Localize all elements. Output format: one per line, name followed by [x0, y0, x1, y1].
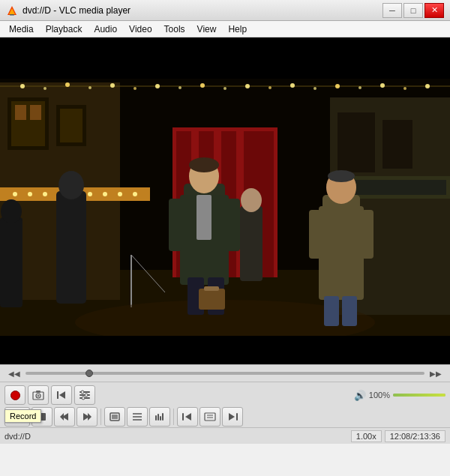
separator1 — [100, 409, 101, 425]
status-speed: 1.00x — [351, 430, 382, 442]
menu-playback[interactable]: Playback — [40, 22, 88, 36]
svg-rect-45 — [199, 289, 225, 310]
menu-media[interactable]: Media — [3, 22, 40, 36]
svg-rect-85 — [36, 391, 40, 393]
video-scene — [0, 37, 450, 364]
svg-point-71 — [224, 87, 226, 90]
svg-point-19 — [103, 192, 107, 196]
svg-rect-24 — [382, 120, 412, 169]
volume-track — [393, 394, 446, 397]
next-button[interactable] — [76, 407, 98, 427]
svg-point-78 — [380, 83, 385, 88]
svg-rect-41 — [226, 199, 240, 251]
svg-point-70 — [200, 83, 205, 88]
fullscreen-button[interactable] — [104, 407, 125, 427]
prev-button[interactable] — [54, 407, 75, 427]
svg-rect-51 — [309, 210, 321, 259]
menu-audio[interactable]: Audio — [88, 22, 123, 36]
extended-settings-button[interactable] — [74, 385, 95, 405]
dvd-prev-icon — [182, 412, 194, 421]
svg-point-56 — [58, 171, 84, 199]
maximize-button[interactable]: □ — [404, 3, 423, 18]
menu-tools[interactable]: Tools — [158, 22, 191, 36]
status-time: 12:08/2:13:36 — [385, 430, 446, 442]
seek-track[interactable] — [26, 372, 424, 375]
svg-point-65 — [88, 86, 92, 89]
close-button[interactable]: ✕ — [424, 3, 444, 18]
menu-video[interactable]: Video — [123, 22, 158, 36]
svg-rect-40 — [169, 199, 182, 251]
window-title: dvd://D - VLC media player — [22, 5, 130, 16]
menu-help[interactable]: Help — [222, 22, 253, 36]
title-bar-controls: ─ □ ✕ — [382, 3, 444, 18]
prev-icon — [59, 412, 70, 421]
svg-point-14 — [28, 192, 32, 196]
chapter-prev-icon — [56, 391, 67, 400]
svg-point-15 — [43, 192, 47, 196]
svg-point-77 — [358, 86, 362, 89]
volume-fill — [393, 394, 446, 397]
svg-point-58 — [1, 199, 22, 223]
svg-rect-108 — [158, 414, 159, 421]
svg-rect-59 — [240, 206, 262, 281]
svg-rect-111 — [182, 413, 184, 421]
svg-point-13 — [13, 192, 17, 196]
svg-point-38 — [189, 157, 219, 172]
playlist-toggle-button[interactable] — [127, 407, 148, 427]
dvd-next-button[interactable] — [222, 407, 243, 427]
equalizer-icon — [154, 412, 165, 421]
svg-rect-81 — [0, 37, 450, 79]
svg-point-66 — [110, 83, 115, 88]
svg-marker-88 — [59, 391, 65, 399]
svg-rect-109 — [160, 416, 161, 421]
volume-slider[interactable] — [393, 390, 446, 400]
minimize-button[interactable]: ─ — [382, 3, 402, 18]
volume-percent: 100% — [369, 391, 390, 400]
record-button[interactable] — [4, 385, 26, 405]
svg-rect-23 — [338, 112, 375, 172]
snapshot-button[interactable] — [28, 385, 49, 405]
svg-rect-46 — [204, 286, 219, 291]
camera-icon — [32, 390, 44, 400]
svg-rect-54 — [342, 296, 357, 326]
svg-rect-2 — [10, 14, 14, 16]
chapter-prev-button[interactable] — [51, 385, 72, 405]
svg-point-74 — [290, 83, 295, 88]
record-tooltip-container: Record — [4, 385, 26, 405]
svg-point-92 — [81, 391, 84, 394]
equalizer-button[interactable] — [149, 407, 170, 427]
seek-backward-button[interactable]: ◀◀ — [6, 370, 22, 378]
svg-rect-9 — [60, 109, 82, 142]
dvd-prev-button[interactable] — [177, 407, 198, 427]
svg-rect-57 — [0, 217, 22, 307]
svg-rect-52 — [362, 210, 374, 259]
svg-point-63 — [44, 87, 46, 90]
fullscreen-icon — [110, 412, 120, 421]
video-area[interactable] — [0, 37, 450, 364]
svg-point-64 — [65, 82, 70, 87]
vlc-icon — [6, 4, 18, 16]
svg-point-94 — [82, 397, 85, 400]
svg-rect-10 — [15, 105, 26, 120]
menu-view[interactable]: View — [191, 22, 223, 36]
svg-rect-11 — [30, 105, 41, 120]
seek-thumb[interactable] — [86, 370, 93, 377]
svg-point-80 — [425, 84, 430, 88]
svg-marker-112 — [185, 413, 191, 421]
status-filename: dvd://D — [4, 432, 351, 441]
svg-point-18 — [88, 192, 92, 196]
svg-rect-117 — [236, 413, 238, 421]
dvd-next-icon — [226, 412, 238, 421]
svg-rect-50 — [319, 206, 364, 300]
svg-point-68 — [155, 84, 160, 88]
title-bar: dvd://D - VLC media player ─ □ ✕ — [0, 0, 450, 21]
dvd-menu-button[interactable] — [200, 407, 220, 427]
seek-bar: ◀◀ ▶▶ — [0, 364, 450, 382]
svg-rect-82 — [0, 336, 450, 364]
svg-rect-55 — [56, 191, 86, 304]
svg-point-72 — [245, 84, 250, 88]
svg-point-67 — [134, 87, 136, 90]
seek-forward-button[interactable]: ▶▶ — [428, 370, 444, 378]
menu-bar: Media Playback Audio Video Tools View He… — [0, 21, 450, 37]
controls-area: Record — [0, 382, 450, 427]
